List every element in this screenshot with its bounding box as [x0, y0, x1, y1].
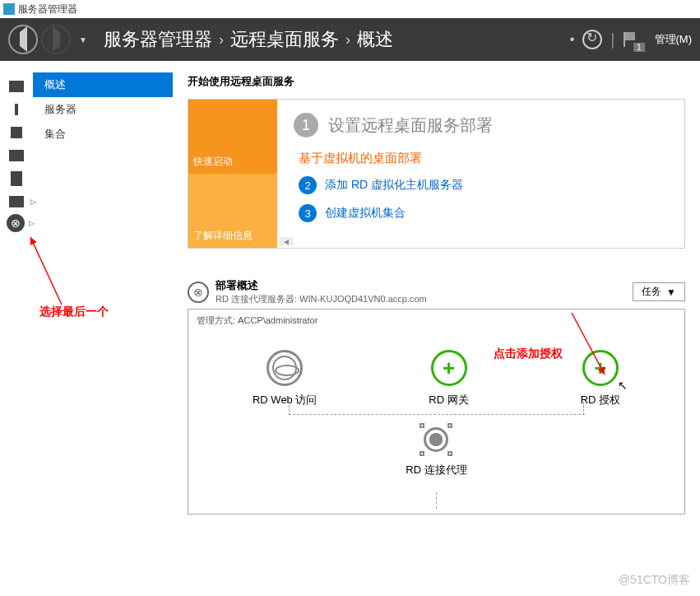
management-label: 管理方式: ACCP\administrator [197, 314, 676, 327]
connector-line [289, 414, 585, 415]
setup-panel: 快速启动 了解详细信息 1 设置远程桌面服务部署 基于虚拟机的桌面部署 2 添加… [188, 99, 685, 249]
broker-icon [420, 423, 452, 456]
add-icon: + [431, 350, 467, 386]
rd-gateway-node[interactable]: + RD 网关 [429, 350, 468, 407]
expand-icon: ▷ [29, 219, 35, 227]
forward-button[interactable] [41, 25, 71, 54]
tile-label: 快速启动 [193, 155, 233, 169]
breadcrumb-part[interactable]: 服务器管理器 [104, 27, 212, 52]
deploy-diagram: 管理方式: ACCP\administrator RD Web 访问 + RD … [188, 309, 685, 515]
sidebar-item-collections[interactable]: 集合 [33, 122, 173, 147]
step-num-badge: 3 [299, 204, 317, 222]
icon-sidebar: ▷ ⊗▷ [0, 61, 33, 596]
add-icon: +↖ [582, 350, 619, 386]
setup-heading: 1 设置远程桌面服务部署 [294, 113, 668, 137]
role-icon-3[interactable]: ▷ [0, 191, 33, 212]
refresh-icon[interactable] [582, 30, 602, 49]
window-titlebar: 服务器管理器 [0, 0, 700, 18]
section-title: 开始使用远程桌面服务 [188, 74, 685, 89]
node-label: RD 授权 [581, 393, 620, 407]
rd-broker-node[interactable]: RD 连接代理 [406, 423, 466, 477]
tasks-dropdown[interactable]: 任务 ▼ [633, 282, 685, 301]
setup-subtitle: 基于虚拟机的桌面部署 [299, 151, 668, 166]
rd-license-node[interactable]: +↖ RD 授权 [581, 350, 620, 407]
rds-icon[interactable]: ⊗▷ [7, 214, 25, 232]
quick-start-tile[interactable]: 快速启动 [188, 100, 277, 174]
back-button[interactable] [8, 25, 38, 54]
breadcrumb-part[interactable]: 概述 [357, 27, 393, 52]
breadcrumb: 服务器管理器 › 远程桌面服务 › 概述 [104, 27, 570, 52]
rd-web-node[interactable]: RD Web 访问 [253, 350, 318, 407]
role-icon-2[interactable] [0, 168, 33, 189]
scroll-left-icon[interactable]: ◄ [279, 237, 294, 246]
divider: | [610, 30, 614, 49]
content-area: 开始使用远程桌面服务 快速启动 了解详细信息 1 设置远程桌面服务部署 基于虚拟… [173, 61, 700, 596]
sub-sidebar: 概述 服务器 集合 [33, 61, 173, 596]
deploy-overview-icon: ⊗ [188, 282, 209, 303]
sidebar-item-servers[interactable]: 服务器 [33, 97, 173, 122]
sidebar-item-overview[interactable]: 概述 [33, 72, 173, 97]
learn-more-tile[interactable]: 了解详细信息 [188, 174, 277, 248]
tasks-label: 任务 [642, 285, 661, 299]
chevron-down-icon[interactable]: ▼ [79, 35, 87, 44]
local-server-icon[interactable] [0, 99, 33, 120]
node-label: RD 连接代理 [406, 463, 466, 477]
tile-label: 了解详细信息 [193, 229, 253, 243]
window-title: 服务器管理器 [18, 2, 77, 16]
expand-icon: ▷ [30, 198, 36, 206]
notification-flag-icon[interactable]: 1 [624, 32, 638, 47]
step-badge: 1 [294, 113, 318, 137]
setup-step[interactable]: 2 添加 RD 虚拟化主机服务器 [299, 176, 668, 194]
heading-text: 设置远程桌面服务部署 [328, 114, 493, 137]
manage-menu[interactable]: 管理(M) [655, 32, 693, 47]
setup-step[interactable]: 3 创建虚拟机集合 [299, 204, 668, 222]
app-icon [3, 3, 15, 15]
watermark: @51CTO博客 [619, 573, 690, 588]
globe-icon [267, 350, 303, 386]
deploy-title: 部署概述 [216, 278, 633, 293]
flag-badge: 1 [633, 43, 645, 52]
all-servers-icon[interactable] [0, 122, 33, 143]
dashboard-icon[interactable] [0, 76, 33, 97]
header-bar: ▼ 服务器管理器 › 远程桌面服务 › 概述 • | 1 管理(M) [0, 18, 700, 61]
step-link[interactable]: 添加 RD 虚拟化主机服务器 [325, 178, 463, 193]
step-num-badge: 2 [299, 176, 317, 194]
node-label: RD 网关 [429, 393, 468, 407]
chevron-down-icon: ▼ [666, 286, 676, 298]
connector-line [436, 492, 437, 509]
breadcrumb-sep-icon: › [219, 31, 224, 49]
breadcrumb-sep-icon: › [345, 31, 350, 49]
cursor-icon: ↖ [618, 379, 628, 392]
step-link[interactable]: 创建虚拟机集合 [325, 206, 406, 221]
dash-icon: • [570, 32, 575, 47]
breadcrumb-part[interactable]: 远程桌面服务 [230, 27, 339, 52]
deploy-subtitle: RD 连接代理服务器: WIN-KUJOQD41VN0.accp.com [216, 293, 633, 305]
role-icon-1[interactable] [0, 145, 33, 166]
deploy-header: ⊗ 部署概述 RD 连接代理服务器: WIN-KUJOQD41VN0.accp.… [188, 278, 685, 305]
node-label: RD Web 访问 [253, 393, 318, 407]
